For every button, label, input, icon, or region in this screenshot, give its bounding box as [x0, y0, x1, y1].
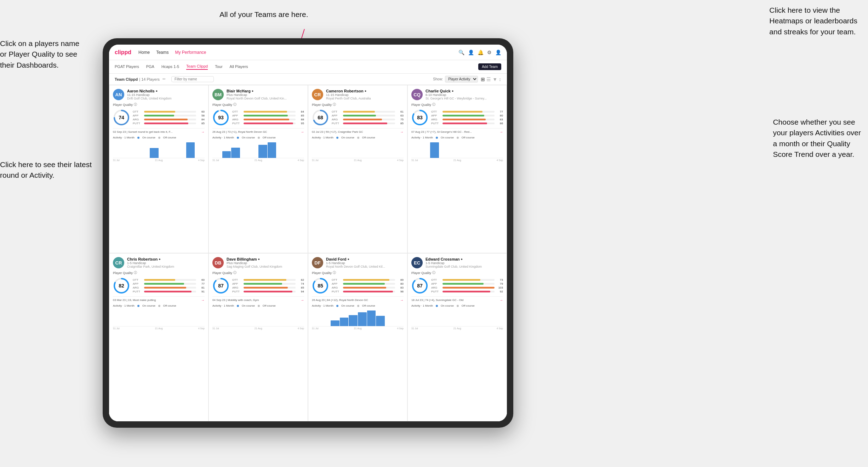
player-avatar[interactable]: CR	[113, 257, 124, 268]
player-info: Cameron Robertson ● 11-15 Handicap Royal…	[326, 89, 404, 100]
stat-row: ARG 103	[431, 286, 503, 289]
player-card[interactable]: CR Chris Robertson ● 1-5 Handicap Craigm…	[109, 253, 209, 421]
filter-icon[interactable]: ▼	[492, 76, 497, 82]
nav-link-performance[interactable]: My Performance	[175, 50, 206, 55]
stat-row: APP 85	[232, 114, 304, 117]
quality-label: Player Quality ⓘ	[113, 102, 205, 107]
list-view-icon[interactable]: ☰	[486, 76, 491, 82]
player-avatar[interactable]: CR	[312, 89, 323, 100]
subnav-pga[interactable]: PGA	[146, 64, 154, 69]
player-club: Craigmillar Park, United Kingdom	[127, 265, 205, 268]
subnav-pgat[interactable]: PGAT Players	[115, 64, 139, 69]
latest-round[interactable]: 26 Aug 23 | 73 (+1), Royal North Devon G…	[212, 128, 304, 134]
subnav-tour[interactable]: Tour	[215, 64, 222, 69]
quality-row: 74 OTT 60 APP 58 ARG 84	[113, 109, 205, 126]
stat-row: PUTT 85	[133, 122, 205, 125]
quality-number: 85	[318, 283, 323, 289]
grid-view-icon[interactable]: ⊞	[481, 76, 485, 82]
show-select[interactable]: Player Activity	[445, 76, 478, 82]
quality-circle[interactable]: 68	[312, 109, 329, 126]
stat-row: ARG 85	[232, 286, 304, 289]
player-card[interactable]: AN Aaron Nicholls ● 11-15 Handicap Drift…	[109, 85, 209, 253]
player-avatar[interactable]: AN	[113, 89, 124, 100]
stat-row: APP 74	[232, 282, 304, 285]
player-avatar[interactable]: CQ	[411, 89, 423, 100]
bell-icon[interactable]: 🔔	[478, 50, 484, 55]
team-name: Team Clippd	[115, 77, 138, 81]
quality-circle[interactable]: 87	[411, 277, 428, 294]
latest-round[interactable]: 03 Mar 23 | 19, Must make putting →	[113, 296, 205, 302]
latest-round[interactable]: 18 Jul 23 | 74 (+4), Sunningdale GC - Ol…	[411, 296, 503, 302]
player-header: CQ Charlie Quick ● 6-10 Handicap St. Geo…	[411, 89, 503, 100]
quality-row: 82 OTT 60 APP 77 ARG 81	[113, 277, 205, 294]
activity-header: Activity · 1 Month On course Off course	[113, 304, 205, 307]
quality-circle[interactable]: 85	[312, 277, 329, 294]
activity-section: Activity · 1 Month On course Off course …	[312, 136, 404, 161]
quality-label: Player Quality ⓘ	[312, 102, 404, 107]
quality-circle[interactable]: 83	[411, 109, 428, 126]
stat-row: OTT 73	[431, 278, 503, 281]
user-icon[interactable]: 👤	[468, 50, 474, 55]
latest-round[interactable]: 04 Sep 23 | Mobility with coach, Gym →	[212, 296, 304, 302]
player-name[interactable]: David Ford ●	[326, 257, 404, 261]
sort-icon[interactable]: ↕	[499, 76, 501, 82]
search-icon[interactable]: 🔍	[458, 50, 464, 55]
player-name[interactable]: Cameron Robertson ●	[326, 89, 404, 93]
nav-link-teams[interactable]: Teams	[156, 50, 169, 55]
subnav-all-players[interactable]: All Players	[230, 64, 248, 69]
edit-icon[interactable]: ✏	[162, 77, 166, 81]
player-name[interactable]: Edward Crossman ●	[426, 257, 503, 261]
quality-circle[interactable]: 74	[113, 109, 130, 126]
nav-link-home[interactable]: Home	[138, 50, 150, 55]
player-card[interactable]: DB Dave Billingham ● Plus Handicap Sag M…	[209, 253, 308, 421]
latest-round[interactable]: 02 Sep 23 | Sunset round to get back int…	[113, 128, 205, 134]
player-card[interactable]: CQ Charlie Quick ● 6-10 Handicap St. Geo…	[407, 85, 507, 253]
activity-header: Activity · 1 Month On course Off course	[212, 136, 304, 139]
player-name[interactable]: Chris Robertson ●	[127, 257, 205, 261]
quality-circle[interactable]: 93	[212, 109, 229, 126]
player-card[interactable]: EC Edward Crossman ● 1-5 Handicap Sunnin…	[407, 253, 507, 421]
subnav-team-clippd[interactable]: Team Clippd	[186, 64, 208, 70]
quality-label: Player Quality ⓘ	[113, 270, 205, 275]
player-name[interactable]: Dave Billingham ●	[227, 257, 304, 261]
stat-row: OTT 82	[232, 278, 304, 281]
settings-icon[interactable]: ⚙	[487, 50, 492, 55]
player-club: Royal North Devon Golf Club, United Kin.…	[227, 97, 304, 100]
player-handicap: 6-10 Handicap	[426, 93, 503, 97]
quality-number: 83	[417, 115, 423, 120]
latest-round[interactable]: 02 Jul 23 | 59 (+17), Craigmillar Park G…	[312, 128, 404, 134]
player-avatar[interactable]: EC	[411, 257, 423, 268]
latest-round[interactable]: 07 Aug 23 | 77 (+7), St George's Hill GC…	[411, 128, 503, 134]
player-card[interactable]: DF David Ford ● 1-5 Handicap Royal North…	[308, 253, 407, 421]
round-arrow: →	[400, 298, 404, 302]
player-card[interactable]: BM Blair McHarg ● Plus Handicap Royal No…	[209, 85, 308, 253]
ipad-screen: clippd Home Teams My Performance 🔍 👤 🔔 ⚙…	[109, 45, 507, 421]
player-club: St. George's Hill GC - Weybridge - Surre…	[426, 97, 503, 100]
activity-section: Activity · 1 Month On course Off course …	[113, 136, 205, 161]
add-team-button[interactable]: Add Team	[478, 63, 501, 70]
stat-row: OTT 61	[332, 110, 404, 113]
filter-input[interactable]	[171, 76, 214, 82]
navbar: clippd Home Teams My Performance 🔍 👤 🔔 ⚙…	[109, 45, 507, 60]
player-avatar[interactable]: DB	[212, 257, 224, 268]
player-avatar[interactable]: BM	[212, 89, 224, 100]
player-avatar[interactable]: DF	[312, 257, 323, 268]
player-card[interactable]: CR Cameron Robertson ● 11-15 Handicap Ro…	[308, 85, 407, 253]
quality-circle[interactable]: 82	[113, 277, 130, 294]
subnav-hcaps[interactable]: Hcaps 1-5	[161, 64, 179, 69]
latest-round[interactable]: 26 Aug 23 | 84 (+12), Royal North Devon …	[312, 296, 404, 302]
stats-grid: OTT 89 APP 80 ARG 83 PUTT 9	[332, 278, 404, 293]
player-name[interactable]: Aaron Nicholls ●	[127, 89, 205, 93]
chart-labels: 31 Jul 21 Aug 4 Sep	[113, 159, 205, 161]
chart-labels: 31 Jul 21 Aug 4 Sep	[212, 327, 304, 330]
quality-circle[interactable]: 87	[212, 277, 229, 294]
stat-row: OTT 77	[431, 110, 503, 113]
player-name[interactable]: Charlie Quick ●	[426, 89, 503, 93]
player-name[interactable]: Blair McHarg ●	[227, 89, 304, 93]
stat-row: ARG 83	[332, 286, 404, 289]
stat-row: PUTT 96	[332, 290, 404, 293]
player-club: Drift Golf Club, United Kingdom	[127, 97, 205, 100]
avatar-icon[interactable]: 👤	[495, 50, 501, 55]
quality-label: Player Quality ⓘ	[212, 270, 304, 275]
subnav: PGAT Players PGA Hcaps 1-5 Team Clippd T…	[109, 60, 507, 74]
